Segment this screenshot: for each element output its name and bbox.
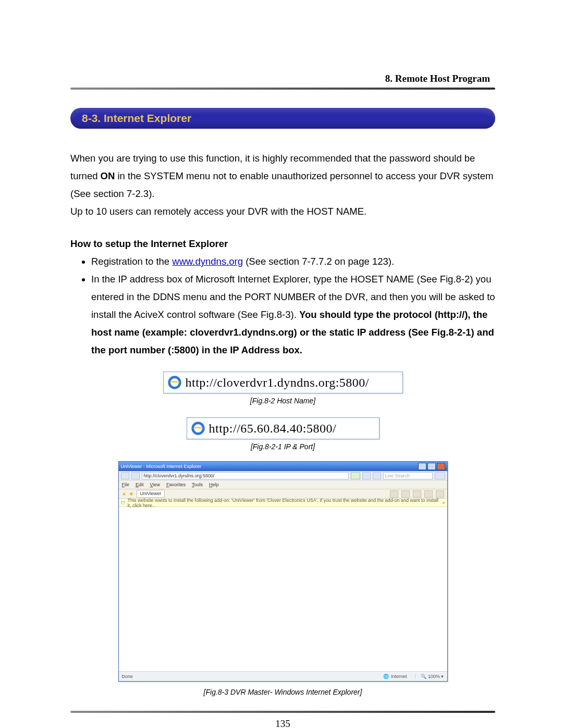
favorites-star-icon[interactable]: ★ bbox=[122, 491, 126, 497]
status-done: Done bbox=[122, 674, 133, 679]
dyndns-link[interactable]: www.dyndns.org bbox=[172, 256, 243, 267]
menu-tools[interactable]: Tools bbox=[192, 482, 203, 487]
address-box-1: http://cloverdvr1.dyndns.org:5800/ bbox=[163, 372, 403, 393]
menu-edit[interactable]: Edit bbox=[136, 482, 144, 487]
ie-logo-icon bbox=[167, 375, 182, 390]
address-input-2: http://65.60.84.40:5800/ bbox=[187, 417, 380, 439]
intro-p1b: in the SYSTEM menu not to enable unautho… bbox=[70, 170, 493, 199]
minimize-button[interactable] bbox=[418, 463, 426, 470]
ie-window-screenshot: UniViewer - Microsoft Internet Explorer … bbox=[118, 461, 448, 682]
chapter-header: 8. Remote Host Program bbox=[70, 73, 495, 84]
section-title-bar: 8-3. Internet Explorer bbox=[70, 108, 495, 129]
ie-address-bar[interactable]: http://cloverdvr1.dyndns.org:5800/ bbox=[142, 472, 349, 479]
section-title: 8-3. Internet Explorer bbox=[82, 112, 191, 124]
globe-icon: 🌐 bbox=[383, 674, 389, 679]
feeds-icon[interactable] bbox=[401, 490, 410, 498]
refresh-button[interactable] bbox=[362, 472, 371, 479]
bullet-1a: Registration to the bbox=[91, 256, 172, 267]
back-button[interactable] bbox=[121, 472, 129, 479]
header-rule bbox=[70, 88, 495, 90]
document-page: 8. Remote Host Program 8-3. Internet Exp… bbox=[0, 0, 563, 728]
caption-2: [Fig.8-2-1 IP & Port] bbox=[70, 442, 495, 451]
ie-information-bar[interactable]: 🛡 This website wants to install the foll… bbox=[119, 499, 447, 507]
ie-logo-icon bbox=[190, 421, 206, 436]
infobar-text: This website wants to install the follow… bbox=[128, 498, 443, 508]
address-box-2: http://65.60.84.40:5800/ bbox=[187, 417, 380, 439]
bullet-1b: (See section 7-7.7.2 on page 123). bbox=[243, 256, 394, 267]
close-button[interactable] bbox=[437, 463, 445, 470]
bullet-1: Registration to the www.dyndns.org (See … bbox=[91, 253, 495, 270]
go-button[interactable] bbox=[351, 472, 360, 479]
menu-favorites[interactable]: Favorites bbox=[166, 482, 186, 487]
address-input-1: http://cloverdvr1.dyndns.org:5800/ bbox=[163, 372, 403, 393]
address-url-1: http://cloverdvr1.dyndns.org:5800/ bbox=[186, 376, 370, 390]
intro-on: ON bbox=[101, 170, 115, 181]
ie-window-title: UniViewer - Microsoft Internet Explorer bbox=[121, 464, 417, 469]
ie-nav-row: http://cloverdvr1.dyndns.org:5800/ Live … bbox=[119, 471, 447, 480]
add-favorite-icon[interactable]: ✚ bbox=[129, 491, 133, 497]
shield-icon: 🛡 bbox=[121, 500, 126, 505]
menu-view[interactable]: View bbox=[150, 482, 160, 487]
security-zone: 🌐 Internet 🔍 100% ▾ bbox=[383, 674, 444, 679]
toolbar-right bbox=[390, 490, 444, 498]
ie-titlebar: UniViewer - Microsoft Internet Explorer bbox=[119, 462, 447, 471]
ie-menu-bar: File Edit View Favorites Tools Help bbox=[119, 480, 447, 489]
maximize-button[interactable] bbox=[427, 463, 436, 470]
bullet-2: In the IP address box of Microsoft Inter… bbox=[91, 270, 495, 359]
search-box[interactable]: Live Search bbox=[383, 472, 433, 479]
intro-text: When you are trying to use this function… bbox=[70, 150, 495, 220]
caption-1: [Fig.8-2 Host Name] bbox=[70, 397, 495, 405]
howto-heading: How to setup the Internet Explorer bbox=[70, 238, 495, 250]
footer-rule bbox=[70, 711, 495, 713]
caption-3: [Fig.8-3 DVR Master- Windows Internet Ex… bbox=[70, 688, 495, 696]
intro-p2: Up to 10 users can remotely access your … bbox=[70, 206, 366, 217]
forward-button[interactable] bbox=[131, 472, 140, 479]
menu-help[interactable]: Help bbox=[209, 482, 219, 487]
ie-content-area bbox=[119, 507, 447, 671]
page-number: 135 bbox=[70, 718, 495, 728]
zone-text: Internet bbox=[391, 674, 407, 679]
tools-menu-icon[interactable] bbox=[436, 490, 444, 498]
howto-list: Registration to the www.dyndns.org (See … bbox=[70, 253, 495, 359]
search-button[interactable] bbox=[435, 472, 445, 479]
home-icon[interactable] bbox=[390, 490, 398, 498]
zoom-level[interactable]: 🔍 100% ▾ bbox=[415, 674, 444, 679]
stop-button[interactable] bbox=[373, 472, 381, 479]
menu-file[interactable]: File bbox=[122, 482, 130, 487]
address-url-2: http://65.60.84.40:5800/ bbox=[209, 422, 337, 436]
page-menu-icon[interactable] bbox=[424, 490, 433, 498]
print-icon[interactable] bbox=[413, 490, 421, 498]
infobar-close-icon[interactable]: × bbox=[442, 500, 445, 505]
ie-status-bar: Done 🌐 Internet 🔍 100% ▾ bbox=[119, 671, 447, 681]
browser-tab[interactable]: UniViewer bbox=[137, 490, 165, 498]
